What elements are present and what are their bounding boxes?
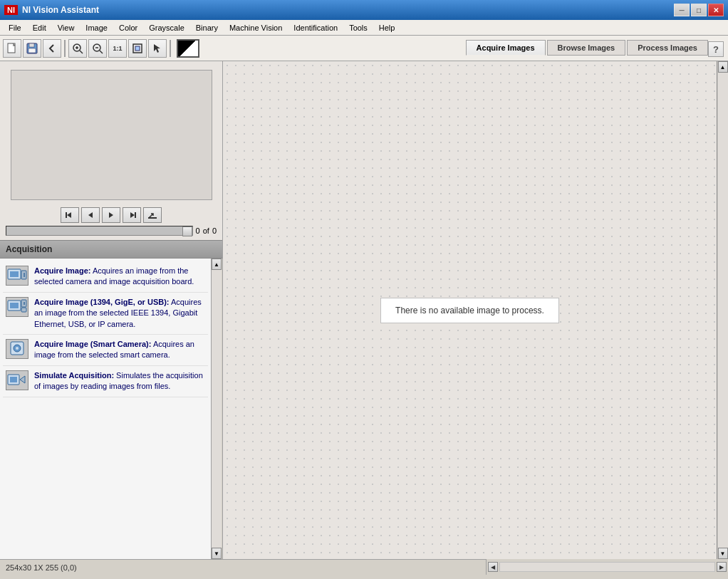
- nav-next-button[interactable]: [102, 207, 120, 223]
- slider-value: 0: [196, 226, 200, 235]
- h-scroll-left-arrow[interactable]: ◀: [488, 562, 498, 572]
- h-scroll-right-arrow[interactable]: ▶: [717, 562, 727, 572]
- menu-color[interactable]: Color: [113, 22, 143, 33]
- nav-last-button[interactable]: [123, 207, 141, 223]
- nav-slider-row: 0 of 0: [0, 224, 222, 240]
- acq-text-1: Acquire Image: Acquires an image from th…: [34, 266, 205, 288]
- zoom-11-button[interactable]: 1:1: [108, 39, 127, 58]
- new-button[interactable]: [3, 39, 21, 58]
- acq-icon-2: [6, 297, 28, 317]
- svg-marker-35: [20, 376, 25, 383]
- right-panel: ▲ ▼ There is no available image to proce…: [223, 61, 728, 559]
- nav-export-button[interactable]: [143, 207, 162, 223]
- main-layout: 0 of 0 Acquisition: [0, 61, 728, 559]
- nav-controls: [0, 203, 222, 224]
- maximize-button[interactable]: □: [691, 4, 707, 16]
- status-bar: 254x30 1X 255 (0,0) ◀ ▶: [0, 559, 728, 575]
- right-scroll-down-arrow[interactable]: ▼: [718, 548, 728, 559]
- toolbar-separator-1: [64, 40, 66, 57]
- svg-line-5: [80, 51, 83, 53]
- nav-first-button[interactable]: [61, 207, 79, 223]
- menu-binary[interactable]: Binary: [190, 22, 224, 33]
- status-info: 254x30 1X 255 (0,0): [6, 563, 77, 572]
- svg-rect-2: [29, 43, 34, 47]
- svg-line-9: [100, 51, 103, 53]
- list-item[interactable]: Simulate Acquisition: Simulates the acqu…: [3, 366, 208, 397]
- scroll-down-arrow[interactable]: ▼: [212, 548, 222, 559]
- horizontal-scrollbar[interactable]: ◀ ▶: [486, 559, 728, 575]
- nav-prev-button[interactable]: [81, 207, 100, 223]
- svg-marker-16: [88, 212, 93, 218]
- window-controls: ─ □ ✕: [674, 4, 724, 16]
- list-item[interactable]: Acquire Image: Acquires an image from th…: [3, 261, 208, 293]
- title-bar: NI NI Vision Assistant ─ □ ✕: [0, 0, 728, 20]
- svg-rect-20: [148, 217, 157, 219]
- h-scroll-track[interactable]: [499, 562, 715, 572]
- menu-edit[interactable]: Edit: [27, 22, 52, 33]
- svg-rect-12: [135, 46, 140, 51]
- menu-identification[interactable]: Identification: [288, 22, 343, 33]
- minimize-button[interactable]: ─: [674, 4, 690, 16]
- right-scroll-up-arrow[interactable]: ▲: [718, 61, 728, 73]
- acq-text-4: Simulate Acquisition: Simulates the acqu…: [34, 370, 205, 392]
- slider-total: 0: [212, 226, 217, 235]
- svg-marker-15: [67, 212, 71, 218]
- menu-machine-vision[interactable]: Machine Vision: [224, 22, 288, 33]
- acq-title-2: Acquire Image (1394, GigE, or USB):: [34, 298, 170, 306]
- menu-file[interactable]: File: [3, 22, 27, 33]
- tab-browse-images[interactable]: Browse Images: [547, 40, 626, 56]
- acquisition-list: Acquire Image: Acquires an image from th…: [0, 259, 211, 559]
- svg-rect-34: [10, 377, 17, 382]
- tab-process-images[interactable]: Process Images: [627, 40, 708, 56]
- right-panel-content: There is no available image to process.: [223, 61, 717, 559]
- right-scrollbar[interactable]: ▲ ▼: [717, 61, 728, 559]
- svg-rect-28: [21, 308, 26, 312]
- no-image-message: There is no available image to process.: [380, 298, 559, 323]
- nav-slider-thumb[interactable]: [182, 226, 192, 236]
- acq-icon-3: [6, 339, 28, 359]
- select-button[interactable]: [148, 39, 167, 58]
- acq-title-3: Acquire Image (Smart Camera):: [34, 340, 151, 348]
- acq-icon-4: [6, 370, 28, 390]
- acq-text-2: Acquire Image (1394, GigE, or USB): Acqu…: [34, 297, 205, 330]
- app-icon: NI: [4, 5, 18, 15]
- acquisition-header: Acquisition: [0, 240, 222, 259]
- left-panel: 0 of 0 Acquisition: [0, 61, 223, 559]
- svg-rect-3: [28, 48, 36, 53]
- svg-marker-17: [109, 212, 113, 218]
- acq-icon-1: [6, 266, 28, 286]
- menu-grayscale[interactable]: Grayscale: [143, 22, 190, 33]
- close-button[interactable]: ✕: [708, 4, 724, 16]
- color-selector[interactable]: [177, 39, 199, 58]
- menu-bar: File Edit View Image Color Grayscale Bin…: [0, 20, 728, 36]
- svg-point-32: [16, 347, 19, 350]
- zoom-in-button[interactable]: [68, 39, 87, 58]
- tab-acquire-images[interactable]: Acquire Images: [466, 40, 546, 56]
- svg-rect-26: [10, 303, 19, 308]
- menu-tools[interactable]: Tools: [343, 22, 373, 33]
- image-preview: [11, 70, 212, 200]
- help-button[interactable]: ?: [708, 41, 724, 57]
- list-item[interactable]: Acquire Image (Smart Camera): Acquires a…: [3, 335, 208, 366]
- tab-bar: Acquire Images Browse Images Process Ima…: [466, 40, 708, 56]
- fit-button[interactable]: [128, 39, 147, 58]
- scroll-up-arrow[interactable]: ▲: [212, 259, 222, 270]
- svg-marker-13: [154, 44, 160, 53]
- zoom-out-button[interactable]: [88, 39, 107, 58]
- menu-help[interactable]: Help: [373, 22, 401, 33]
- right-scroll-track: [718, 73, 728, 548]
- left-panel-scrollbar[interactable]: ▲ ▼: [211, 259, 222, 559]
- toolbar-separator-2: [170, 40, 171, 57]
- svg-rect-22: [10, 271, 19, 277]
- menu-view[interactable]: View: [52, 22, 80, 33]
- app-title: NI Vision Assistant: [22, 5, 99, 15]
- menu-image[interactable]: Image: [80, 22, 113, 33]
- svg-marker-19: [130, 212, 135, 218]
- save-button[interactable]: [23, 39, 41, 58]
- list-item[interactable]: Acquire Image (1394, GigE, or USB): Acqu…: [3, 293, 208, 335]
- scroll-track: [212, 270, 222, 548]
- nav-slider[interactable]: [6, 226, 193, 236]
- acq-title-4: Simulate Acquisition:: [34, 371, 114, 380]
- acq-text-3: Acquire Image (Smart Camera): Acquires a…: [34, 339, 205, 361]
- back-button[interactable]: [43, 39, 61, 58]
